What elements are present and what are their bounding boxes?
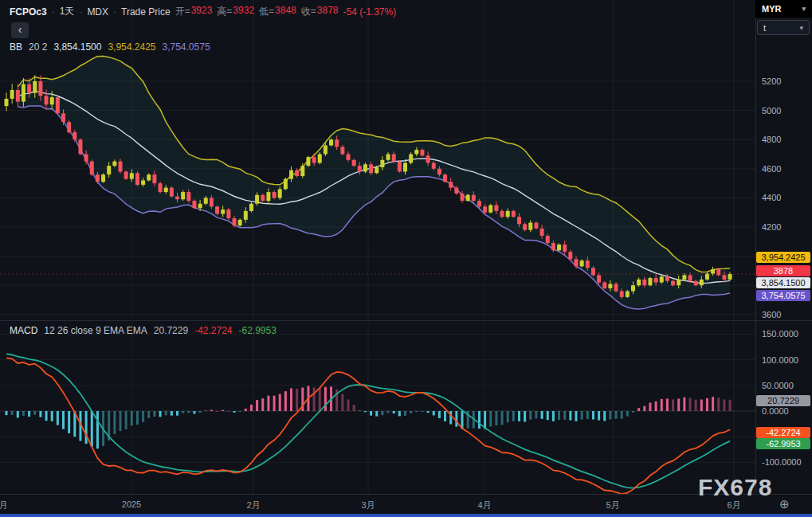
last-price-label: 3878 — [756, 265, 810, 276]
price-tick-label: 4400 — [762, 194, 781, 202]
bb-params: 20 2 — [29, 41, 47, 53]
tool-selector[interactable]: t ▾ — [757, 20, 810, 35]
separator-dot: · — [52, 6, 55, 18]
price-tick-label: 4200 — [762, 223, 781, 232]
bb-basis-value: 3,854.1500 — [53, 41, 101, 53]
price-tick-label: 4800 — [762, 135, 781, 144]
chevron-down-icon: ▾ — [802, 5, 806, 13]
back-icon: ‹ — [18, 23, 22, 36]
separator-dot: · — [113, 6, 116, 18]
macd-params: 12 26 close 9 EMA EMA — [44, 325, 147, 336]
time-axis-label: 5月 — [606, 499, 619, 511]
macd-tick-label: 50.0000 — [762, 381, 794, 390]
pane-divider[interactable] — [0, 320, 812, 321]
price-scale[interactable]: 520050004800460044004200400038003600150.… — [755, 0, 812, 494]
chevron-down-icon: ▾ — [799, 24, 803, 32]
chart-header: FCPOc3 · 1天 · MDX · Trade Price 开= 3923 … — [10, 5, 396, 18]
time-axis-label: 6月 — [727, 499, 740, 511]
macd-line-value: -42.2724 — [194, 325, 232, 336]
bb-lower-price-label: 3,754.0575 — [756, 290, 810, 301]
symbol-name[interactable]: FCPOc3 — [10, 6, 47, 18]
time-scale[interactable]: 12月20252月3月4月5月6月 — [0, 494, 812, 515]
macd-legend[interactable]: MACD 12 26 close 9 EMA EMA 20.7229 -42.2… — [10, 325, 277, 336]
time-axis-label: 3月 — [361, 499, 375, 511]
ohlc-close: 收= 3878 — [301, 5, 339, 18]
timezone-icon[interactable]: ⊕ — [779, 497, 790, 511]
macd-name: MACD — [10, 325, 37, 336]
low-value: 3848 — [275, 5, 296, 18]
currency-selector[interactable]: MYR ▾ — [755, 0, 812, 18]
ohlc-open: 开= 3923 — [175, 5, 213, 18]
macd-tick-label: 150.0000 — [762, 330, 798, 339]
price-tick-label: 5200 — [762, 77, 781, 86]
interval-value[interactable]: 1天 — [60, 5, 75, 18]
time-axis-label: 4月 — [477, 499, 491, 511]
time-axis-label: 12月 — [0, 499, 8, 511]
bb-basis-price-label: 3,854.1500 — [756, 277, 810, 288]
price-tick-label: 3600 — [762, 310, 781, 319]
separator-dot: · — [79, 6, 82, 18]
close-label: 收= — [301, 5, 316, 18]
currency-value: MYR — [762, 4, 781, 14]
back-button[interactable]: ‹ — [11, 22, 29, 38]
bb-name: BB — [10, 41, 22, 53]
price-tick-label: 5000 — [762, 106, 781, 115]
tool-value: t — [763, 23, 766, 33]
ohlc-high: 高= 3932 — [217, 5, 254, 18]
open-value: 3923 — [191, 5, 213, 18]
bb-upper-price-label: 3,954.2425 — [756, 252, 810, 263]
macd-line-axis-label: -42.2724 — [756, 427, 810, 438]
ohlc-low: 低= 3848 — [259, 5, 296, 18]
chart-app: FCPOc3 · 1天 · MDX · Trade Price 开= 3923 … — [0, 0, 812, 517]
macd-tick-label: 100.0000 — [762, 355, 798, 364]
price-tick-label: 4600 — [762, 164, 781, 173]
macd-signal-axis-label: -62.9953 — [756, 438, 810, 449]
macd-tick-label: -100.0000 — [762, 458, 802, 467]
change-value: -54 (-1.37%) — [343, 6, 397, 18]
price-source: Trade Price — [121, 6, 171, 18]
bb-legend[interactable]: BB 20 2 3,854.1500 3,954.2425 3,754.0575 — [10, 41, 210, 53]
macd-hist-axis-label: 20.7229 — [756, 395, 810, 406]
high-label: 高= — [217, 5, 232, 18]
bb-upper-value: 3,954.2425 — [108, 41, 155, 53]
close-value: 3878 — [317, 5, 339, 18]
low-label: 低= — [259, 5, 274, 18]
macd-tick-label: 0.0000 — [762, 407, 789, 416]
exchange-name: MDX — [87, 6, 108, 18]
macd-signal-value: -62.9953 — [239, 325, 277, 336]
open-label: 开= — [175, 5, 190, 18]
bottom-strip — [0, 514, 812, 517]
macd-hist-value: 20.7229 — [154, 325, 188, 336]
high-value: 3932 — [233, 5, 254, 18]
time-axis-label: 2025 — [122, 499, 141, 509]
time-axis-label: 2月 — [246, 499, 260, 511]
watermark: FX678 — [698, 474, 772, 501]
macd-pane[interactable] — [0, 322, 755, 494]
bb-lower-value: 3,754.0575 — [163, 41, 210, 53]
